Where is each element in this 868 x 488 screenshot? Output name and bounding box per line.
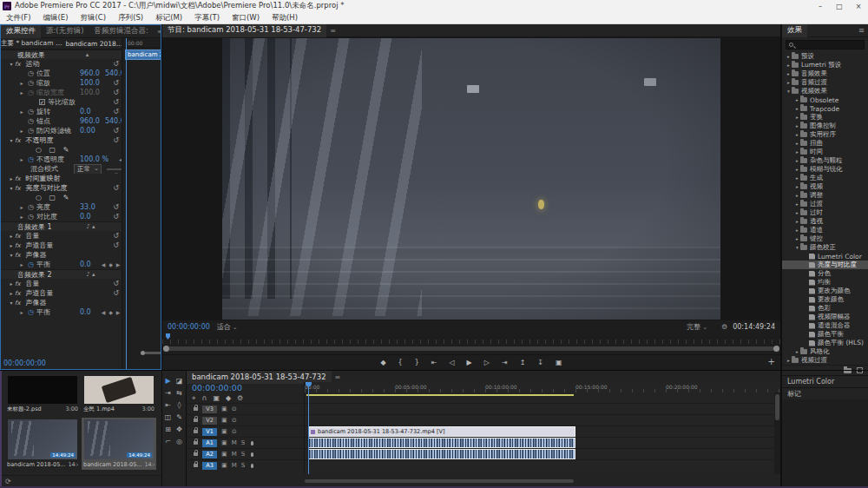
property-value[interactable]: 960.0	[80, 117, 100, 125]
sync-lock-icon[interactable]: ▣	[221, 451, 227, 458]
fx-badge-icon[interactable]: fx	[15, 137, 21, 144]
fx-badge-icon[interactable]: fx	[15, 280, 21, 287]
timeline-playhead[interactable]	[308, 382, 309, 474]
effect-property-row[interactable]: ▾ fx 运动 ↺	[1, 59, 122, 69]
twirl-icon[interactable]: ▸	[794, 167, 800, 172]
property-value[interactable]: 33.0	[80, 203, 95, 211]
track-v3-lane[interactable]	[305, 403, 780, 414]
property-value-2[interactable]: 540.0	[105, 117, 122, 125]
effects-tree-item[interactable]: ▸ 图像控制	[782, 122, 868, 130]
reset-icon[interactable]: ↺	[113, 79, 119, 87]
master-clip-label[interactable]: 主要 * bandicam …	[1, 39, 62, 48]
panel-menu-icon[interactable]: ≡	[855, 26, 868, 35]
timeline-horizontal-scrollbar[interactable]	[305, 479, 574, 483]
effects-tree-item[interactable]: ▸ 生成	[782, 174, 868, 182]
track-lock-icon[interactable]	[194, 452, 198, 456]
effects-tree-item[interactable]: ▸ 时间	[782, 148, 868, 156]
effects-tree-item[interactable]: ▸ 过渡	[782, 200, 868, 208]
track-target-badge[interactable]: V2	[202, 417, 217, 425]
effect-property-row[interactable]: ▾ fx 不透明度 ↺	[1, 135, 122, 145]
reset-icon[interactable]: ↺	[113, 98, 119, 106]
audio-clip-a1[interactable]	[308, 438, 575, 448]
effect-property-row[interactable]: ▸ fx 音量 ↺	[1, 231, 122, 241]
track-header[interactable]: A2 ▣ M S	[187, 448, 304, 459]
go-to-out-button[interactable]: ⇥	[496, 359, 514, 366]
solo-button[interactable]: S	[241, 462, 245, 469]
stopwatch-icon[interactable]: ◷	[28, 127, 34, 135]
slip-tool[interactable]: ◫	[162, 411, 174, 423]
effects-tree-item[interactable]: ▸ 透视	[782, 217, 868, 226]
stopwatch-icon[interactable]: ◷	[28, 108, 34, 115]
effects-tree-item[interactable]: 更改颜色	[782, 295, 868, 304]
scrollbar-handle-left[interactable]	[163, 346, 169, 352]
twirl-icon[interactable]: ▸	[8, 233, 15, 239]
mini-playhead[interactable]	[126, 38, 127, 369]
twirl-icon[interactable]: ▾	[8, 137, 15, 143]
twirl-icon[interactable]: ▸	[794, 201, 800, 207]
effects-tree-item[interactable]: 视频限幅器	[782, 313, 868, 321]
effect-property-row[interactable]: ▸ ◷ 不透明度 100.0 % ◀ ◆ ▶ ↺	[1, 155, 122, 164]
stopwatch-icon[interactable]: ◷	[28, 89, 34, 96]
panel-tab[interactable]: 效果控件	[1, 25, 41, 38]
reset-icon[interactable]: ↺	[113, 60, 119, 68]
panel-tab[interactable]: 源:(无剪辑)	[41, 25, 89, 38]
effect-property-row[interactable]: ▸ ◷ 亮度 33.0 ↺	[1, 202, 122, 212]
lift-button[interactable]: ↥	[514, 359, 532, 366]
resolution-dropdown[interactable]: 完整	[687, 322, 700, 332]
fx-badge-icon[interactable]: fx	[15, 242, 21, 249]
stopwatch-icon[interactable]: ◷	[28, 260, 34, 268]
property-value[interactable]: 0.0	[80, 213, 91, 221]
clip-dropdown[interactable]: bandicam 2018…	[65, 40, 122, 48]
property-value-2[interactable]: 540.0	[105, 69, 122, 77]
section-icons[interactable]: ♪ ▴	[86, 223, 95, 230]
twirl-icon[interactable]: ▸	[794, 349, 800, 354]
checkbox[interactable]: ✓	[39, 99, 45, 105]
type-tool[interactable]: ⌐	[162, 435, 174, 447]
track-lock-icon[interactable]	[194, 441, 198, 445]
sync-lock-icon[interactable]: ▣	[221, 439, 227, 446]
property-value[interactable]: 0.0	[80, 260, 91, 268]
track-lock-icon[interactable]	[194, 407, 198, 411]
reset-icon[interactable]: ↺	[113, 108, 119, 115]
twirl-icon[interactable]: ▸	[18, 156, 25, 162]
stopwatch-icon[interactable]: ◷	[28, 69, 34, 77]
property-value[interactable]: 0.0	[80, 108, 91, 115]
track-header[interactable]: V2 ▣ ⊙	[187, 414, 304, 425]
track-v1-lane[interactable]: bandicam 2018-05-31 18-53-47-732.mp4 [V]	[305, 425, 780, 437]
timeline-timecode[interactable]: 00:00:00:00	[187, 382, 304, 393]
effects-search-input[interactable]	[786, 40, 865, 49]
twirl-icon[interactable]: ▸	[794, 184, 800, 189]
scrollbar-handle-right[interactable]	[773, 346, 779, 352]
timeline-vertical-scrollbar[interactable]	[774, 392, 780, 474]
effects-tree-item[interactable]: 更改为颜色	[782, 287, 868, 295]
project-item[interactable]: 14:49:24 bandicam 2018-05... 14:49:24	[82, 418, 156, 470]
voiceover-mic-icon[interactable]	[251, 441, 253, 445]
twirl-icon[interactable]: ▸	[8, 290, 15, 296]
twirl-icon[interactable]: ▸	[786, 71, 792, 76]
project-item-thumbnail[interactable]	[8, 376, 77, 404]
effect-property-row[interactable]: ▸ ◷ 对比度 0.0 ↺	[1, 212, 122, 221]
section-icons[interactable]: ♪ ▴	[86, 271, 95, 278]
mini-timeline-ruler[interactable]: 00:00	[122, 38, 161, 48]
effects-tree-item[interactable]: ▾ 颜色校正	[782, 243, 868, 252]
add-marker-icon[interactable]: ◆	[226, 394, 231, 402]
track-output-eye-icon[interactable]: ⊙	[232, 428, 237, 435]
pen-tool[interactable]: ✎	[174, 411, 185, 423]
menu-item[interactable]: 字幕(T)	[188, 13, 226, 23]
twirl-icon[interactable]: ▸	[18, 261, 25, 267]
keyframe-nav-icons[interactable]: ◀ ◆ ▶	[102, 261, 122, 267]
twirl-icon[interactable]: ▸	[8, 280, 15, 287]
effect-property-row[interactable]: ▸ ◷ 平衡 0.0 ◀ ◆ ▶	[1, 260, 122, 269]
selection-tool[interactable]: ▶	[162, 374, 174, 386]
twirl-icon[interactable]: ▸	[794, 115, 800, 120]
effect-property-row[interactable]: ○ ▢ ✎	[1, 145, 122, 155]
track-header[interactable]: A1 ▣ M S	[187, 437, 304, 448]
twirl-icon[interactable]: ▸	[18, 214, 25, 220]
twirl-icon[interactable]: ▾	[8, 185, 15, 191]
track-lock-icon[interactable]	[194, 419, 198, 422]
timeline-ruler[interactable]: 00:0000:05:00:0000:10:00:0000:15:00:0000…	[305, 382, 780, 392]
track-target-badge[interactable]: A3	[202, 462, 217, 470]
slide-tool[interactable]: ⊞	[162, 423, 174, 435]
extract-button[interactable]: ↧	[531, 359, 549, 366]
reset-icon[interactable]: ↺	[113, 289, 119, 297]
